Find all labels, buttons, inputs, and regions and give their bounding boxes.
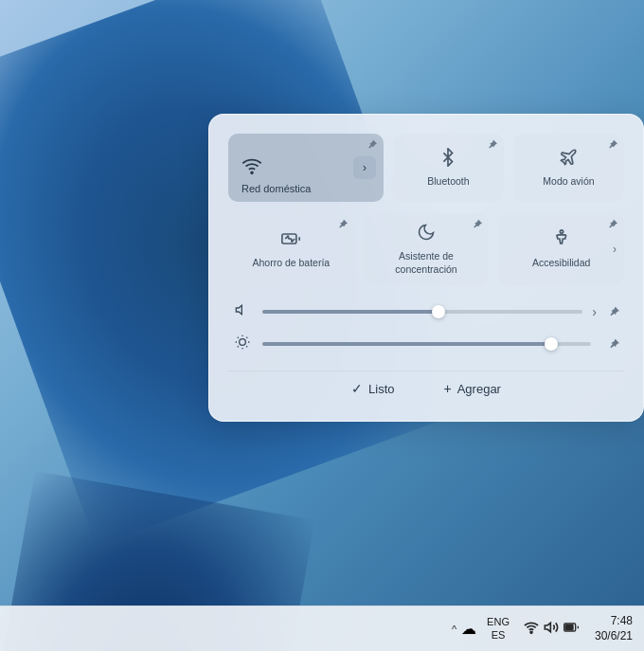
taskbar: ^ ☁ ENG ES: [0, 606, 644, 651]
battery-saver-tile[interactable]: Ahorro de batería: [228, 213, 354, 285]
sliders-section: ›: [228, 302, 624, 353]
svg-line-17: [238, 347, 239, 348]
brightness-icon: [232, 335, 253, 353]
bluetooth-pin-icon[interactable]: [487, 139, 498, 151]
volume-slider[interactable]: [262, 310, 582, 314]
done-label: Listo: [368, 382, 394, 396]
battery-saver-icon: [281, 229, 300, 253]
tiles-row-1: › Red doméstica Bluetooth: [228, 134, 624, 202]
svg-point-8: [560, 230, 563, 233]
accessibility-pin-icon[interactable]: [607, 219, 618, 230]
svg-line-14: [246, 347, 247, 348]
panel-bottom: ✓ Listo + Agregar: [228, 371, 624, 402]
airplane-label: Modo avión: [543, 175, 594, 189]
focus-tile[interactable]: Asistente de concentración: [364, 213, 490, 285]
add-label: Agregar: [457, 382, 501, 396]
wifi-icon: [242, 155, 262, 181]
taskbar-wifi-icon: [524, 620, 539, 638]
accessibility-icon: [552, 229, 571, 253]
lang-bottom: ES: [492, 629, 506, 642]
quick-settings-panel: › Red doméstica Bluetooth: [208, 114, 644, 422]
accessibility-tile[interactable]: › Accesibilidad: [498, 213, 624, 285]
accessibility-expand-icon[interactable]: ›: [613, 243, 617, 256]
taskbar-notify-area[interactable]: ^ ☁: [447, 617, 481, 641]
brightness-slider-row: [232, 335, 620, 353]
wifi-tile[interactable]: › Red doméstica: [228, 134, 384, 202]
tiles-row-2: Ahorro de batería Asistente de concentra…: [228, 213, 624, 285]
add-button[interactable]: + Agregar: [435, 375, 510, 402]
svg-line-13: [238, 337, 239, 338]
brightness-pin-icon[interactable]: [608, 338, 620, 351]
volume-fill: [262, 310, 438, 314]
bluetooth-icon: [438, 148, 457, 172]
battery-saver-label: Ahorro de batería: [252, 257, 330, 270]
volume-thumb[interactable]: [432, 305, 445, 318]
focus-icon: [417, 223, 436, 246]
taskbar-system-icons[interactable]: [519, 617, 583, 641]
svg-point-10: [240, 339, 246, 346]
wifi-label: Red doméstica: [242, 183, 311, 194]
svg-point-19: [530, 631, 532, 633]
done-button[interactable]: ✓ Listo: [342, 375, 403, 402]
taskbar-time: 7:48: [611, 614, 633, 629]
svg-line-18: [246, 337, 247, 338]
volume-expand-icon[interactable]: ›: [592, 304, 597, 319]
wifi-expand-button[interactable]: ›: [353, 156, 376, 179]
taskbar-battery-icon: [564, 620, 579, 638]
add-icon: +: [444, 381, 452, 396]
lang-top: ENG: [487, 616, 510, 628]
done-icon: ✓: [351, 381, 363, 396]
svg-point-0: [251, 172, 253, 173]
airplane-tile[interactable]: Modo avión: [513, 134, 624, 202]
cloud-icon: ☁: [461, 620, 476, 638]
taskbar-language[interactable]: ENG ES: [487, 616, 510, 641]
battery-saver-pin-icon[interactable]: [337, 219, 349, 230]
bluetooth-tile[interactable]: Bluetooth: [393, 134, 504, 202]
volume-slider-row: ›: [232, 302, 620, 321]
brightness-slider[interactable]: [262, 342, 591, 346]
focus-label: Asistente de concentración: [373, 250, 480, 276]
notify-expand-icon[interactable]: ^: [452, 624, 456, 635]
brightness-fill: [262, 342, 551, 346]
focus-pin-icon[interactable]: [472, 219, 483, 230]
taskbar-right-section: ^ ☁ ENG ES: [447, 614, 633, 643]
volume-icon: [232, 302, 253, 321]
airplane-pin-icon[interactable]: [607, 139, 618, 151]
brightness-thumb[interactable]: [545, 337, 558, 351]
svg-marker-9: [236, 306, 242, 315]
taskbar-volume-icon: [544, 620, 559, 638]
airplane-icon: [559, 148, 578, 172]
svg-rect-23: [565, 624, 573, 629]
bluetooth-label: Bluetooth: [427, 175, 469, 189]
accessibility-label: Accesibilidad: [532, 257, 590, 270]
svg-marker-20: [545, 623, 550, 631]
taskbar-datetime[interactable]: 7:48 30/6/21: [595, 614, 633, 643]
taskbar-date: 30/6/21: [595, 629, 633, 644]
volume-pin-icon[interactable]: [608, 306, 620, 318]
wifi-pin-icon[interactable]: [367, 139, 378, 151]
